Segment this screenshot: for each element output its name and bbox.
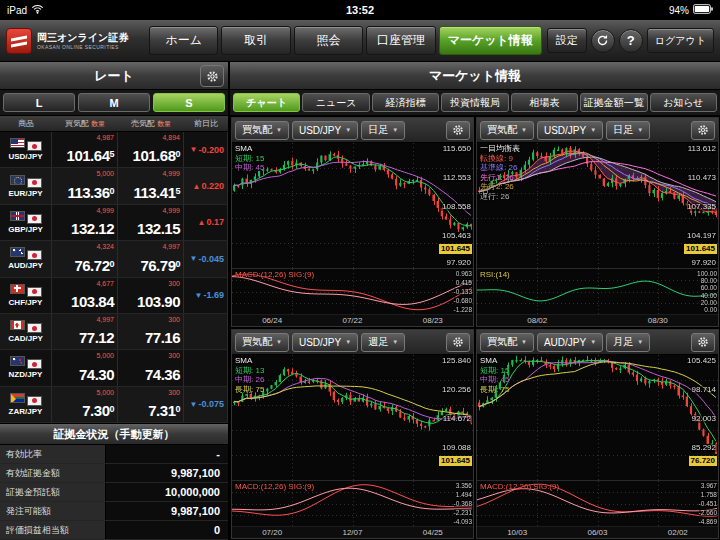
symbol-dropdown[interactable]: USD/JPY▼ [292,121,358,140]
market-tabs: チャートニュース経済指標投資情報局相場表証拠金額一覧お知らせ [230,90,720,116]
margin-rows: 有効比率-有効証拠金額9,987,100証拠金預託額10,000,000発注可能… [0,445,228,540]
tab-economic-indicators[interactable]: 経済指標 [372,93,439,112]
ask-quote[interactable]: 4,999 132.15 [118,205,184,240]
rate-row[interactable]: USD/JPY 4,987 101.645 4,894 101.680 ▼ -0… [0,132,228,168]
gear-icon [697,336,709,348]
rate-panel-header: レート [0,62,228,90]
interval-dropdown[interactable]: 日足▼ [361,121,405,140]
rate-size-s-tab[interactable]: S [153,93,225,112]
quote-type-dropdown[interactable]: 買気配▼ [235,333,289,352]
change-value: -0.200 [198,145,224,155]
price-chart[interactable]: SMA短期: 15中期: 45 115.650112.553108.558105… [232,143,473,268]
chart-settings-button[interactable] [446,121,470,140]
quote-type-dropdown[interactable]: 買気配▼ [235,121,289,140]
rate-size-m-tab[interactable]: M [78,93,150,112]
ask-quote[interactable]: 300 103.90 [118,278,184,313]
rate-row[interactable]: CHF/JPY 4,677 103.84 300 103.90 ▼ -1.69 [0,278,228,314]
ask-quote[interactable]: 300 74.36 [118,350,184,385]
pair-label: NZD/JPY [9,370,43,379]
rate-row[interactable]: GBP/JPY 4,999 132.12 4,999 132.15 ▲ 0.17 [0,205,228,241]
chevron-down-icon: ▼ [590,127,596,133]
main-nav: ホーム取引照会口座管理マーケット情報 [149,26,542,55]
change-cell: ▼ -0.045 [184,241,228,276]
indicator-chart[interactable]: MACD:(12,26) SIG:(9) 0.9630.415-0.133-0.… [232,268,473,314]
base-currency-flag-icon [10,284,25,294]
rate-row[interactable]: NZD/JPY 5,000 74.30 300 74.36 [0,350,228,386]
symbol-dropdown[interactable]: USD/JPY▼ [537,121,603,140]
margin-value: - [106,445,228,463]
ask-quote[interactable]: 300 77.16 [118,314,184,349]
change-arrow-icon: ▼ [190,400,198,409]
bid-quote[interactable]: 4,999 132.12 [52,205,118,240]
status-bar: iPad 13:52 94% [0,0,720,20]
indicator-chart[interactable]: RSI:(14) 100.0080.0060.0040.0020.000.00 [477,268,718,314]
time-axis: 10/0306/0302/02 [477,526,718,538]
indicator-chart[interactable]: MACD:(12,26) SIG:(9) 3.3561.494-0.368-2.… [232,480,473,526]
rate-size-l-tab[interactable]: L [3,93,75,112]
tab-news[interactable]: ニュース [302,93,369,112]
interval-dropdown[interactable]: 日足▼ [606,121,650,140]
bid-quote[interactable]: 4,997 77.12 [52,314,118,349]
quote-type-dropdown[interactable]: 買気配▼ [480,333,534,352]
chevron-down-icon: ▼ [392,339,398,345]
indicator-chart[interactable]: MACD:(12,26) SIG:(9) 3.9671.758-0.451-2.… [477,480,718,526]
bid-quote[interactable]: 5,000 7.300 [52,387,118,422]
ask-quote[interactable]: 4,894 101.680 [118,132,184,167]
rate-row[interactable]: CAD/JPY 4,997 77.12 300 77.16 [0,314,228,350]
tab-notices[interactable]: お知らせ [650,93,717,112]
app-header: 岡三オンライン証券 OKASAN ONLINE SECURITIES ホーム取引… [0,20,720,62]
gear-icon [452,336,464,348]
nav-market-info[interactable]: マーケット情報 [439,26,542,55]
nav-trade[interactable]: 取引 [221,26,290,55]
nav-inquiry[interactable]: 照会 [294,26,363,55]
settings-button[interactable]: 設定 [547,28,587,53]
price-chart[interactable]: SMA短期: 13中期: 26長期: 75 125.840120.256114.… [232,355,473,480]
bid-quote[interactable]: 5,000 74.30 [52,350,118,385]
tab-investment-info[interactable]: 投資情報局 [441,93,508,112]
quote-currency-flag-icon [27,323,42,333]
tab-chart[interactable]: チャート [233,93,300,112]
ask-quote[interactable]: 300 7.310 [118,387,184,422]
market-panel-header: マーケット情報 [230,62,720,90]
time-axis-label: 06/03 [587,528,607,537]
nav-home[interactable]: ホーム [149,26,218,55]
bid-quote[interactable]: 4,987 101.645 [52,132,118,167]
refresh-button[interactable] [591,29,615,53]
legend-item: 長期: 75 [480,385,509,395]
product-cell: GBP/JPY [0,205,52,240]
rate-row[interactable]: EUR/JPY 5,000 113.360 4,999 113.415 ▲ 0.… [0,168,228,204]
chart-toolbar: 買気配▼ USD/JPY▼ 週足▼ [232,330,473,355]
rate-row[interactable]: ZAR/JPY 5,000 7.300 300 7.310 ▼ -0.075 [0,387,228,423]
symbol-dropdown[interactable]: USD/JPY▼ [292,333,358,352]
currency-pair-flags [10,320,42,333]
ask-quantity: 300 [168,316,180,323]
quote-type-dropdown[interactable]: 買気配▼ [480,121,534,140]
bid-quote[interactable]: 4,324 76.720 [52,241,118,276]
interval-dropdown[interactable]: 月足▼ [606,333,650,352]
base-currency-flag-icon [10,320,25,330]
chart-settings-button[interactable] [446,333,470,352]
bid-quote[interactable]: 4,677 103.84 [52,278,118,313]
rate-row[interactable]: AUD/JPY 4,324 76.720 4,997 76.790 ▼ -0.0… [0,241,228,277]
price-chart[interactable]: 一目均衡表転換線: 9基準線: 26先行1: 26先行2: 26遅行: 26 1… [477,143,718,268]
price-chart[interactable]: SMA短期: 15中期: 45長期: 75 105.42598.71492.00… [477,355,718,480]
change-value: 0.220 [201,181,224,191]
help-button[interactable]: ? [619,29,643,53]
chart-settings-button[interactable] [691,333,715,352]
bid-quantity: 4,999 [96,207,114,214]
tab-quote-board[interactable]: 相場表 [511,93,578,112]
chart-settings-button[interactable] [691,121,715,140]
logout-button[interactable]: ログアウト [647,28,714,53]
nav-account[interactable]: 口座管理 [366,26,435,55]
chevron-down-icon: ▼ [637,339,643,345]
gear-icon [206,70,219,83]
quote-currency-flag-icon [27,250,42,260]
change-arrow-icon: ▼ [190,254,198,263]
interval-dropdown[interactable]: 週足▼ [361,333,405,352]
ask-quote[interactable]: 4,997 76.790 [118,241,184,276]
bid-quote[interactable]: 5,000 113.360 [52,168,118,203]
symbol-dropdown[interactable]: AUD/JPY▼ [537,333,603,352]
rate-settings-button[interactable] [200,65,224,87]
ask-quote[interactable]: 4,999 113.415 [118,168,184,203]
tab-margin-amount-list[interactable]: 証拠金額一覧 [580,93,647,112]
